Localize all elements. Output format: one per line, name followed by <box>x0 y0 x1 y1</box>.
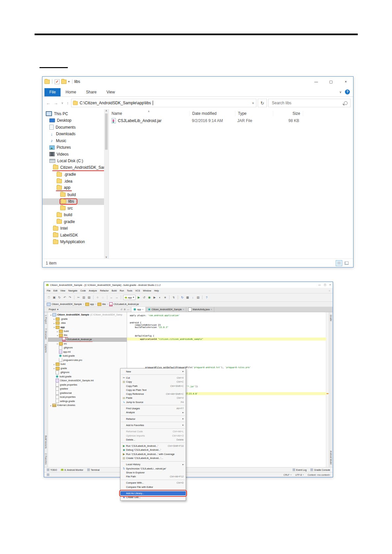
ribbon-tab-share[interactable]: Share <box>81 88 101 96</box>
nav-item-this-pc[interactable]: This PC <box>42 111 104 117</box>
refresh-button[interactable]: ↻ <box>258 99 267 107</box>
stripe-7-structure[interactable]: 7: Structure <box>45 328 47 340</box>
menu-help[interactable]: Help <box>154 290 159 292</box>
toolbar-forward-icon[interactable]: → <box>115 295 119 300</box>
event-log-button[interactable]: Event Log <box>293 468 307 471</box>
ribbon-tab-file[interactable]: File <box>44 88 61 96</box>
scrollbar-thumb[interactable] <box>105 113 108 150</box>
back-button[interactable]: ← <box>45 101 51 106</box>
toolbar-copy-icon[interactable]: ▥ <box>82 295 86 300</box>
stripe-build-variants[interactable]: Build Variants <box>45 436 47 449</box>
project-panel-title[interactable]: Project <box>49 308 56 311</box>
thumbnails-view-button[interactable] <box>343 260 350 266</box>
menu-item-compare-with[interactable]: Compare With...Ctrl+D <box>120 481 186 485</box>
menu-item-run-csjlabellib-android-with-cov[interactable]: ▶Run 'CSJLabelLib_Android...' with Cover… <box>120 452 186 456</box>
nav-item-labelsdk[interactable]: LabelSDK <box>42 232 104 239</box>
nav-item-build[interactable]: build <box>42 191 104 198</box>
toolbar-stop-icon[interactable]: ■ <box>163 295 167 300</box>
tab-mainactivity-java[interactable]: MainActivity.java× <box>186 307 214 312</box>
close-button[interactable]: × <box>329 284 331 286</box>
tree-item-gradle[interactable]: ▸.gradle <box>48 317 127 321</box>
menu-item-cut[interactable]: ✂CutCtrl+X <box>120 376 186 380</box>
nav-item-downloads[interactable]: ↓Downloads <box>42 131 104 138</box>
terminal-button[interactable]: Terminal <box>87 468 99 471</box>
tree-item-gradlew[interactable]: gradlew <box>48 387 127 391</box>
menu-item-delete[interactable]: Delete...Delete <box>120 438 186 441</box>
toolbar-android-monitor-icon[interactable]: ▤ <box>196 295 200 300</box>
tree-item-proguard-rules-pro[interactable]: proguard-rules.pro <box>48 358 127 363</box>
stripe-2-favorites[interactable]: 2: Favorites <box>45 453 47 465</box>
tree-item-idea[interactable]: ▸.idea <box>48 321 127 325</box>
column-header-date-modified[interactable]: Date modified <box>190 111 235 116</box>
up-button[interactable]: ↑ <box>66 101 70 106</box>
menu-item-analyze[interactable]: Analyze▸ <box>120 411 186 415</box>
breadcrumb-app[interactable]: app <box>85 302 94 306</box>
context-indicator[interactable]: Context: <no context> <box>308 474 330 476</box>
toolbar-open-icon[interactable]: □ <box>47 295 51 300</box>
nav-item-local-disk-c[interactable]: Local Disk (C:) <box>42 158 104 165</box>
toolbar-profile-icon[interactable]: ◐ <box>158 295 162 300</box>
menu-item-copy[interactable]: ▥CopyCtrl+C <box>120 380 186 384</box>
nav-item-idea[interactable]: .idea <box>42 178 104 185</box>
toolbar-debug-icon[interactable]: ◉ <box>147 295 151 300</box>
breadcrumb-citizen-androidsdk-sample[interactable]: Citizen_AndroidSDK_Sample <box>47 302 82 306</box>
toolbar-help-icon[interactable]: ? <box>204 295 209 300</box>
menu-code[interactable]: Code <box>80 290 86 292</box>
column-header-type[interactable]: Type <box>235 111 273 116</box>
todo-button[interactable]: TODO <box>47 468 57 471</box>
nav-item-music[interactable]: ♪Music <box>42 138 104 144</box>
menu-item-jump-to-source[interactable]: ↳Jump to SourceF4 <box>120 400 186 404</box>
maximize-button[interactable]: ▢ <box>324 77 338 87</box>
settings-gear-icon[interactable]: ⚙ <box>124 308 126 311</box>
nav-item-gradle[interactable]: gradle <box>42 218 104 225</box>
tree-item-build[interactable]: ▸build <box>48 329 127 334</box>
scroll-up-icon[interactable]: ∧ <box>105 109 107 112</box>
menu-item-refactor[interactable]: Refactor▸ <box>120 417 186 421</box>
qat-customize-icon[interactable]: ▾ <box>68 80 70 83</box>
menu-item-find-usages[interactable]: Find UsagesAlt+F7 <box>120 406 186 410</box>
toolbar-back-icon[interactable]: ← <box>109 295 114 300</box>
new-folder-icon[interactable] <box>61 80 66 84</box>
tree-item-gradle[interactable]: ▸gradle <box>48 366 127 371</box>
toolbar-gradle-sync-icon[interactable]: ↻ <box>180 295 184 300</box>
toolbar-replace-icon[interactable]: ◌ <box>101 295 105 300</box>
file-row[interactable]: CSJLabelLib_Android.jar9/2/2016 9:14 AMJ… <box>109 117 353 124</box>
menu-analyze[interactable]: Analyze <box>89 290 97 292</box>
expand-ribbon-icon[interactable]: ∨ <box>339 90 342 94</box>
tree-item-settings-gradle[interactable]: settings.gradle <box>48 399 127 404</box>
tab-app[interactable]: app× <box>131 307 146 312</box>
nav-item-intel[interactable]: Intel <box>42 225 104 232</box>
forward-button[interactable]: → <box>53 101 59 106</box>
column-header-name[interactable]: Name ∧ <box>109 111 190 116</box>
menu-build[interactable]: Build <box>112 290 117 292</box>
nav-item-myapplication[interactable]: MyApplication <box>42 239 104 246</box>
tree-item-app-iml[interactable]: app.iml <box>48 350 127 354</box>
nav-item-app[interactable]: app <box>42 185 104 192</box>
encoding-indicator[interactable]: UTF-8 <box>295 474 302 476</box>
nav-item-citizen-androidsdk-samp[interactable]: Citizen_AndroidSDK_Samp <box>42 164 104 171</box>
menu-refactor[interactable]: Refactor <box>100 290 109 292</box>
search-input[interactable] <box>271 100 344 106</box>
line-ending-indicator[interactable]: CRLF <box>283 474 289 476</box>
tree-item-gradlew-bat[interactable]: gradlew.bat <box>48 391 127 395</box>
tree-item-build-gradle[interactable]: build.gradle <box>48 354 127 358</box>
toolbar-save-icon[interactable]: ▣ <box>52 295 56 300</box>
toolbar-undo-icon[interactable]: ↶ <box>63 295 67 300</box>
breadcrumb-libs[interactable]: libs <box>97 302 106 306</box>
menu-file[interactable]: File <box>47 290 50 292</box>
tree-item-src[interactable]: ▸src <box>48 342 127 346</box>
tree-item-gitignore[interactable]: .gitignore <box>48 346 127 350</box>
maximize-button[interactable]: ▢ <box>324 284 326 286</box>
menu-item-copy-path[interactable]: Copy PathCtrl+Shift+C <box>120 384 186 388</box>
tree-item-citizen-androidsdk-sample-iml[interactable]: Citizen_AndroidSDK_Sample.iml <box>48 379 127 383</box>
menu-item-create-csjlabellib-android[interactable]: ▧Create 'CSJLabelLib_Android...'... <box>120 456 186 460</box>
toolbar-avd-manager-icon[interactable]: ▦ <box>185 295 190 300</box>
nav-item-src[interactable]: src <box>42 205 104 212</box>
hide-panel-icon[interactable]: — <box>127 308 129 311</box>
properties-icon[interactable]: ✓ <box>55 79 60 84</box>
tree-item-citizen-androidsdk-sample[interactable]: ▾Citizen_AndroidSDK_Sample (C:\Citizen_A… <box>48 313 127 317</box>
toolbar-coverage-icon[interactable]: ▶ <box>152 295 157 300</box>
6-android-monitor-button[interactable]: 6: Android Monitor <box>61 469 83 471</box>
nav-item-desktop[interactable]: Desktop <box>42 117 104 124</box>
nav-item-build[interactable]: build <box>42 212 104 219</box>
